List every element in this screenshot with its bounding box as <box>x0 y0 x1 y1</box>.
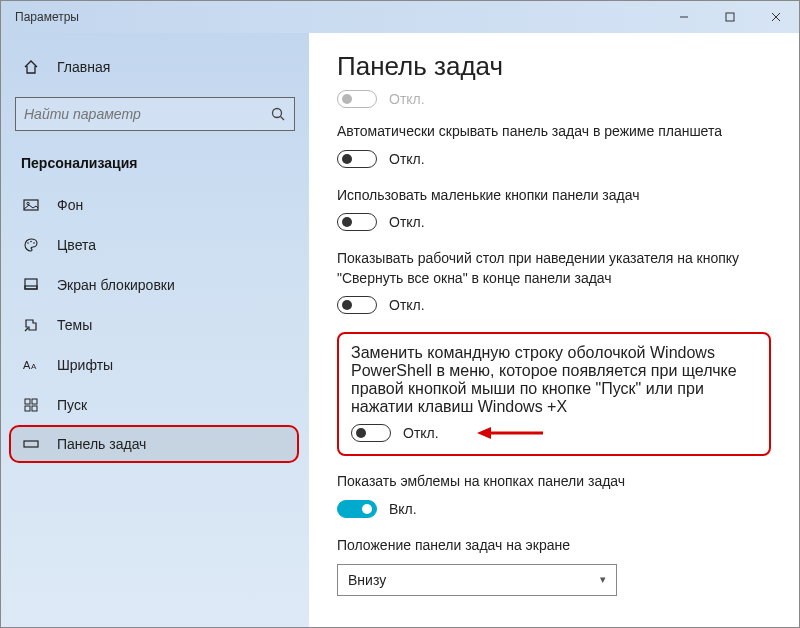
svg-rect-1 <box>726 13 734 21</box>
svg-rect-6 <box>24 200 38 210</box>
sidebar-item-label: Пуск <box>57 397 87 413</box>
position-dropdown[interactable]: Внизу ▾ <box>337 564 617 596</box>
toggle-switch[interactable] <box>337 150 377 168</box>
setting-small-buttons: Использовать маленькие кнопки панели зад… <box>337 186 771 232</box>
settings-window: Параметры Главная Пе <box>0 0 800 628</box>
svg-point-9 <box>30 241 32 243</box>
svg-point-7 <box>27 202 29 204</box>
dropdown-value: Внизу <box>348 572 386 588</box>
sidebar-item-label: Фон <box>57 197 83 213</box>
svg-point-8 <box>27 242 29 244</box>
page-title: Панель задач <box>337 51 771 82</box>
sidebar-item-colors[interactable]: Цвета <box>1 225 309 265</box>
palette-icon <box>21 237 41 253</box>
sidebar-item-taskbar[interactable]: Панель задач <box>9 425 299 463</box>
sidebar-item-label: Панель задач <box>57 436 146 452</box>
toggle-switch[interactable] <box>337 90 377 108</box>
sidebar-section-title: Персонализация <box>1 149 309 185</box>
search-input[interactable] <box>24 106 270 122</box>
svg-marker-21 <box>477 427 491 439</box>
svg-rect-16 <box>32 399 37 404</box>
setting-badges: Показать эмблемы на кнопках панели задач… <box>337 472 771 518</box>
svg-point-10 <box>33 242 35 244</box>
sidebar-home[interactable]: Главная <box>1 47 309 87</box>
sidebar-item-label: Цвета <box>57 237 96 253</box>
svg-rect-15 <box>25 399 30 404</box>
image-icon <box>21 197 41 213</box>
close-button[interactable] <box>753 1 799 33</box>
titlebar: Параметры <box>1 1 799 33</box>
sidebar-item-label: Экран блокировки <box>57 277 175 293</box>
svg-line-5 <box>281 117 285 121</box>
window-controls <box>661 1 799 33</box>
sidebar: Главная Персонализация Фон Цвета <box>1 33 309 627</box>
lockscreen-icon <box>21 277 41 293</box>
maximize-button[interactable] <box>707 1 753 33</box>
toggle-switch[interactable] <box>337 296 377 314</box>
setting-label: Показать эмблемы на кнопках панели задач <box>337 472 771 492</box>
themes-icon <box>21 317 41 333</box>
highlighted-setting-powershell: Заменить командную строку оболочкой Wind… <box>337 332 771 456</box>
sidebar-item-themes[interactable]: Темы <box>1 305 309 345</box>
setting-autohide-tablet: Автоматически скрывать панель задач в ре… <box>337 122 771 168</box>
toggle-state-label: Откл. <box>403 425 439 441</box>
taskbar-icon <box>21 436 41 452</box>
toggle-state-label: Откл. <box>389 214 425 230</box>
search-box[interactable] <box>15 97 295 131</box>
svg-rect-18 <box>32 406 37 411</box>
fonts-icon: AA <box>21 357 41 373</box>
start-icon <box>21 397 41 413</box>
window-title: Параметры <box>1 10 661 24</box>
svg-rect-11 <box>25 279 37 289</box>
toggle-switch[interactable] <box>337 213 377 231</box>
svg-rect-19 <box>24 441 38 447</box>
sidebar-item-fonts[interactable]: AA Шрифты <box>1 345 309 385</box>
content-panel: Панель задач Откл. Автоматически скрыват… <box>309 33 799 627</box>
setting-label: Заменить командную строку оболочкой Wind… <box>351 344 757 416</box>
svg-text:A: A <box>31 362 37 371</box>
sidebar-item-start[interactable]: Пуск <box>1 385 309 425</box>
toggle-state-label: Вкл. <box>389 501 417 517</box>
svg-point-4 <box>273 109 282 118</box>
sidebar-item-label: Темы <box>57 317 92 333</box>
setting-label: Показывать рабочий стол при наведении ук… <box>337 249 771 288</box>
toggle-switch[interactable] <box>337 500 377 518</box>
setting-label: Автоматически скрывать панель задач в ре… <box>337 122 771 142</box>
setting-peek-desktop: Показывать рабочий стол при наведении ук… <box>337 249 771 314</box>
sidebar-item-background[interactable]: Фон <box>1 185 309 225</box>
sidebar-home-label: Главная <box>57 59 110 75</box>
toggle-state-label: Откл. <box>389 91 425 107</box>
chevron-down-icon: ▾ <box>600 573 606 586</box>
setting-taskbar-position: Положение панели задач на экране Внизу ▾ <box>337 536 771 596</box>
search-icon <box>270 106 286 122</box>
cutoff-toggle-row: Откл. <box>337 90 771 108</box>
annotation-arrow-icon <box>475 424 545 442</box>
toggle-state-label: Откл. <box>389 297 425 313</box>
sidebar-item-lockscreen[interactable]: Экран блокировки <box>1 265 309 305</box>
svg-rect-17 <box>25 406 30 411</box>
svg-rect-12 <box>25 286 37 289</box>
main-area: Главная Персонализация Фон Цвета <box>1 33 799 627</box>
toggle-state-label: Откл. <box>389 151 425 167</box>
sidebar-item-label: Шрифты <box>57 357 113 373</box>
setting-label: Положение панели задач на экране <box>337 536 771 556</box>
search-container <box>15 97 295 131</box>
svg-text:A: A <box>23 359 31 371</box>
home-icon <box>21 59 41 75</box>
setting-label: Использовать маленькие кнопки панели зад… <box>337 186 771 206</box>
toggle-switch[interactable] <box>351 424 391 442</box>
minimize-button[interactable] <box>661 1 707 33</box>
